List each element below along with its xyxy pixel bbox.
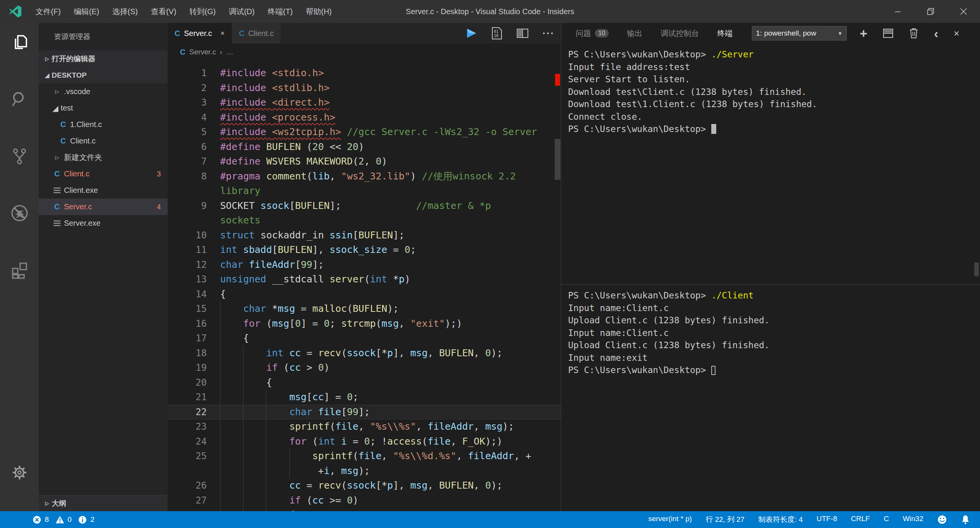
minimize-button[interactable]: ─ [881,0,914,23]
menu-item[interactable]: 文件(F) [29,0,67,23]
problems-status[interactable]: 8 0 2 [0,515,98,524]
code-line[interactable]: 20 { [168,375,561,390]
line-number: 21 [168,390,207,405]
code-line[interactable]: +i, msg); [168,464,561,479]
split-editor-icon[interactable] [516,28,529,39]
panel-scrollbar[interactable] [974,262,979,276]
workspace-root-section[interactable]: ◢ DESKTOP [39,67,168,83]
outline-section[interactable]: ▷ 大纲 [39,495,168,511]
code-line[interactable]: 22 char file[99]; [168,405,561,420]
file-tree: ▷.vscode◢testC1.Client.cCClient.c▷新建文件夹C… [39,83,168,231]
status-item[interactable]: C [884,515,889,525]
terminal-2[interactable]: PS C:\Users\wukan\Desktop> ./ClientInput… [561,284,980,511]
close-tab-icon[interactable]: × [220,29,225,37]
code-line[interactable]: 12char fileAddr[99]; [168,257,561,272]
settings-gear-icon[interactable] [0,454,39,511]
line-number: 2 [168,81,207,96]
code-line[interactable]: 16 for (msg[0] = 0; strcmp(msg, "exit");… [168,316,561,331]
code-line[interactable]: sockets [168,213,561,228]
tree-item-新建文件夹[interactable]: ▷新建文件夹 [39,149,168,166]
explorer-icon[interactable] [0,23,39,80]
tree-item-client.c[interactable]: CClient.c3 [39,166,168,182]
status-item[interactable]: UTF-8 [817,515,837,525]
run-button[interactable] [465,27,477,39]
tree-item-client.c[interactable]: CClient.c [39,133,168,149]
chevron-left-icon[interactable]: ‹ [934,26,938,41]
tree-item-.vscode[interactable]: ▷.vscode [39,83,168,100]
editor-scrollbar[interactable] [555,139,560,180]
status-item[interactable]: 行 22, 列 27 [706,515,744,525]
menu-item[interactable]: 选择(S) [106,0,144,23]
close-window-button[interactable] [947,0,980,23]
code-line[interactable]: 8#pragma comment(lib, "ws2_32.lib") //使用… [168,169,561,184]
notifications-bell-icon[interactable] [961,515,970,525]
code-line[interactable]: 15 char *msg = malloc(BUFLEN); [168,301,561,316]
status-item[interactable]: Win32 [903,515,923,525]
code-line[interactable]: 24 for (int i = 0; !access(file, F_OK);) [168,434,561,449]
code-line[interactable]: 7#define WSVERS MAKEWORD(2, 0) [168,154,561,169]
breadcrumb[interactable]: C Server.c › … [168,44,561,60]
menu-item[interactable]: 转到(G) [183,0,222,23]
code-line[interactable]: 11int sbadd[BUFLEN], ssock_size = 0; [168,243,561,257]
code-line[interactable]: 1#include <stdio.h> [168,66,561,81]
menu-item[interactable]: 编辑(E) [67,0,106,23]
open-editors-section[interactable]: ▷ 打开的编辑器 [39,51,168,67]
code-line[interactable]: 9SOCKET ssock[BUFLEN]; //master & *p [168,199,561,213]
code-line[interactable]: 18 int cc = recv(ssock[*p], msg, BUFLEN,… [168,346,561,361]
search-icon[interactable] [0,80,39,137]
breadcrumb-more[interactable]: … [226,48,233,56]
status-item[interactable]: CRLF [851,515,870,525]
code-line[interactable]: 17 { [168,331,561,346]
panel-tab-输出[interactable]: 输出 [627,28,642,39]
panel-actions: + ‹ × [860,26,959,41]
status-item[interactable]: 制表符长度: 4 [758,515,803,525]
panel-tab-终端[interactable]: 终端 [717,28,733,39]
more-actions-icon[interactable]: ··· [542,28,555,39]
code-line[interactable]: 27 if (cc >= 0) [168,493,561,508]
code-line[interactable]: 26 cc = recv(ssock[*p], msg, BUFLEN, 0); [168,478,561,493]
menu-item[interactable]: 终端(T) [261,0,299,23]
restore-button[interactable] [914,0,947,23]
tab-client.c[interactable]: CClient.c [232,23,281,44]
menu-item[interactable]: 调试(D) [222,0,261,23]
code-line[interactable]: 5#include <ws2tcpip.h> //gcc Server.c -l… [168,125,561,140]
panel-tab-调试控制台[interactable]: 调试控制台 [661,28,699,39]
tree-item-client.exe[interactable]: Client.exe [39,182,168,199]
new-terminal-icon[interactable]: + [860,28,867,39]
panel-tab-问题[interactable]: 问题10 [576,28,609,39]
terminal-select[interactable]: 1: powershell, pow ▼ [752,26,847,41]
code-line[interactable]: library [168,184,561,199]
extensions-icon[interactable] [0,251,39,308]
code-line[interactable]: 3#include <direct.h> [168,95,561,110]
code-line[interactable]: 21 msg[cc] = 0; [168,390,561,405]
kill-terminal-icon[interactable] [909,28,919,39]
tree-item-server.exe[interactable]: Server.exe [39,215,168,231]
tree-item-test[interactable]: ◢test [39,100,168,116]
code-line[interactable]: 10struct sockaddr_in ssin[BUFLEN]; [168,228,561,243]
menu-item[interactable]: 帮助(H) [299,0,338,23]
code-line[interactable]: 14{ [168,287,561,302]
breadcrumb-file[interactable]: Server.c [189,48,216,56]
binary-file-icon[interactable]: 01 10 [491,27,503,40]
feedback-smiley-icon[interactable] [937,515,947,525]
close-panel-icon[interactable]: × [954,28,959,39]
code-editor[interactable]: 1#include <stdio.h>2#include <stdlib.h>3… [168,60,561,511]
menu-item[interactable]: 查看(V) [144,0,183,23]
code-line[interactable]: 13unsigned __stdcall server(int *p) [168,272,561,287]
source-control-icon[interactable] [0,137,39,194]
tree-item-server.c[interactable]: CServer.c4 [39,199,168,215]
split-terminal-icon[interactable] [883,28,893,38]
code-line[interactable]: 23 sprintf(file, "%s\\%s", fileAddr, msg… [168,419,561,434]
debug-icon[interactable] [0,194,39,251]
code-line[interactable]: 19 if (cc > 0) [168,360,561,375]
code-line[interactable]: 6#define BUFLEN (20 << 20) [168,140,561,155]
tab-server.c[interactable]: CServer.c× [168,23,232,44]
tree-item-1.client.c[interactable]: C1.Client.c [39,116,168,133]
svg-text:01: 01 [494,29,498,34]
status-item[interactable]: server(int * p) [648,515,692,525]
code-line[interactable]: 25 sprintf(file, "%s\\%d.%s", fileAddr, … [168,449,561,464]
code-line[interactable]: 4#include <process.h> [168,110,561,125]
code-line[interactable]: 28 { [168,508,561,511]
code-line[interactable]: 2#include <stdlib.h> [168,81,561,96]
terminal-1[interactable]: PS C:\Users\wukan\Desktop> ./ServerInput… [561,44,980,284]
